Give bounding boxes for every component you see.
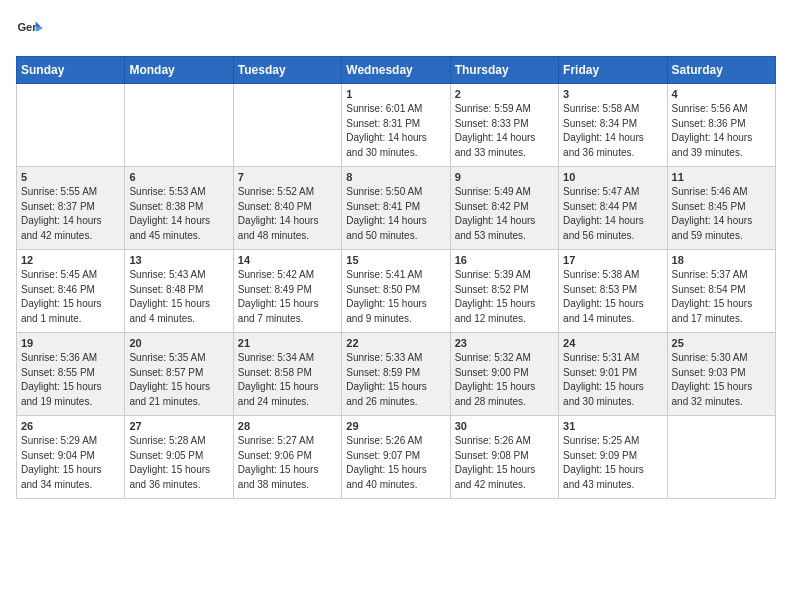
day-header-wednesday: Wednesday xyxy=(342,57,450,84)
cell-info: Sunrise: 5:45 AM Sunset: 8:46 PM Dayligh… xyxy=(21,268,120,326)
calendar-cell: 29Sunrise: 5:26 AM Sunset: 9:07 PM Dayli… xyxy=(342,416,450,499)
calendar-cell: 2Sunrise: 5:59 AM Sunset: 8:33 PM Daylig… xyxy=(450,84,558,167)
calendar-cell: 3Sunrise: 5:58 AM Sunset: 8:34 PM Daylig… xyxy=(559,84,667,167)
days-of-week-row: SundayMondayTuesdayWednesdayThursdayFrid… xyxy=(17,57,776,84)
cell-info: Sunrise: 5:58 AM Sunset: 8:34 PM Dayligh… xyxy=(563,102,662,160)
calendar-cell: 12Sunrise: 5:45 AM Sunset: 8:46 PM Dayli… xyxy=(17,250,125,333)
cell-info: Sunrise: 5:28 AM Sunset: 9:05 PM Dayligh… xyxy=(129,434,228,492)
day-number: 22 xyxy=(346,337,445,349)
calendar-cell: 31Sunrise: 5:25 AM Sunset: 9:09 PM Dayli… xyxy=(559,416,667,499)
cell-info: Sunrise: 5:41 AM Sunset: 8:50 PM Dayligh… xyxy=(346,268,445,326)
cell-info: Sunrise: 5:36 AM Sunset: 8:55 PM Dayligh… xyxy=(21,351,120,409)
cell-info: Sunrise: 5:42 AM Sunset: 8:49 PM Dayligh… xyxy=(238,268,337,326)
cell-info: Sunrise: 5:55 AM Sunset: 8:37 PM Dayligh… xyxy=(21,185,120,243)
cell-info: Sunrise: 5:27 AM Sunset: 9:06 PM Dayligh… xyxy=(238,434,337,492)
cell-info: Sunrise: 5:29 AM Sunset: 9:04 PM Dayligh… xyxy=(21,434,120,492)
calendar-cell: 13Sunrise: 5:43 AM Sunset: 8:48 PM Dayli… xyxy=(125,250,233,333)
day-number: 26 xyxy=(21,420,120,432)
day-number: 23 xyxy=(455,337,554,349)
day-header-saturday: Saturday xyxy=(667,57,775,84)
day-number: 29 xyxy=(346,420,445,432)
day-number: 19 xyxy=(21,337,120,349)
calendar-cell: 14Sunrise: 5:42 AM Sunset: 8:49 PM Dayli… xyxy=(233,250,341,333)
calendar-cell xyxy=(17,84,125,167)
calendar-cell: 19Sunrise: 5:36 AM Sunset: 8:55 PM Dayli… xyxy=(17,333,125,416)
cell-info: Sunrise: 5:49 AM Sunset: 8:42 PM Dayligh… xyxy=(455,185,554,243)
cell-info: Sunrise: 5:56 AM Sunset: 8:36 PM Dayligh… xyxy=(672,102,771,160)
cell-info: Sunrise: 5:25 AM Sunset: 9:09 PM Dayligh… xyxy=(563,434,662,492)
calendar-cell: 6Sunrise: 5:53 AM Sunset: 8:38 PM Daylig… xyxy=(125,167,233,250)
day-number: 6 xyxy=(129,171,228,183)
day-header-thursday: Thursday xyxy=(450,57,558,84)
day-number: 7 xyxy=(238,171,337,183)
cell-info: Sunrise: 5:43 AM Sunset: 8:48 PM Dayligh… xyxy=(129,268,228,326)
week-row-2: 5Sunrise: 5:55 AM Sunset: 8:37 PM Daylig… xyxy=(17,167,776,250)
cell-info: Sunrise: 5:26 AM Sunset: 9:08 PM Dayligh… xyxy=(455,434,554,492)
day-number: 20 xyxy=(129,337,228,349)
day-number: 10 xyxy=(563,171,662,183)
day-number: 16 xyxy=(455,254,554,266)
week-row-5: 26Sunrise: 5:29 AM Sunset: 9:04 PM Dayli… xyxy=(17,416,776,499)
calendar-cell: 16Sunrise: 5:39 AM Sunset: 8:52 PM Dayli… xyxy=(450,250,558,333)
calendar-cell: 30Sunrise: 5:26 AM Sunset: 9:08 PM Dayli… xyxy=(450,416,558,499)
cell-info: Sunrise: 6:01 AM Sunset: 8:31 PM Dayligh… xyxy=(346,102,445,160)
page-header: Gen xyxy=(16,16,776,44)
calendar-header: SundayMondayTuesdayWednesdayThursdayFrid… xyxy=(17,57,776,84)
cell-info: Sunrise: 5:31 AM Sunset: 9:01 PM Dayligh… xyxy=(563,351,662,409)
calendar-cell: 26Sunrise: 5:29 AM Sunset: 9:04 PM Dayli… xyxy=(17,416,125,499)
calendar-cell xyxy=(667,416,775,499)
calendar-table: SundayMondayTuesdayWednesdayThursdayFrid… xyxy=(16,56,776,499)
day-number: 15 xyxy=(346,254,445,266)
cell-info: Sunrise: 5:34 AM Sunset: 8:58 PM Dayligh… xyxy=(238,351,337,409)
cell-info: Sunrise: 5:50 AM Sunset: 8:41 PM Dayligh… xyxy=(346,185,445,243)
calendar-cell xyxy=(125,84,233,167)
calendar-cell: 21Sunrise: 5:34 AM Sunset: 8:58 PM Dayli… xyxy=(233,333,341,416)
cell-info: Sunrise: 5:38 AM Sunset: 8:53 PM Dayligh… xyxy=(563,268,662,326)
cell-info: Sunrise: 5:47 AM Sunset: 8:44 PM Dayligh… xyxy=(563,185,662,243)
day-number: 5 xyxy=(21,171,120,183)
day-number: 27 xyxy=(129,420,228,432)
cell-info: Sunrise: 5:37 AM Sunset: 8:54 PM Dayligh… xyxy=(672,268,771,326)
calendar-cell: 20Sunrise: 5:35 AM Sunset: 8:57 PM Dayli… xyxy=(125,333,233,416)
cell-info: Sunrise: 5:26 AM Sunset: 9:07 PM Dayligh… xyxy=(346,434,445,492)
logo: Gen xyxy=(16,16,48,44)
day-number: 24 xyxy=(563,337,662,349)
calendar-body: 1Sunrise: 6:01 AM Sunset: 8:31 PM Daylig… xyxy=(17,84,776,499)
day-number: 13 xyxy=(129,254,228,266)
calendar-cell: 28Sunrise: 5:27 AM Sunset: 9:06 PM Dayli… xyxy=(233,416,341,499)
calendar-cell: 23Sunrise: 5:32 AM Sunset: 9:00 PM Dayli… xyxy=(450,333,558,416)
calendar-cell: 8Sunrise: 5:50 AM Sunset: 8:41 PM Daylig… xyxy=(342,167,450,250)
calendar-cell: 11Sunrise: 5:46 AM Sunset: 8:45 PM Dayli… xyxy=(667,167,775,250)
day-number: 11 xyxy=(672,171,771,183)
calendar-cell: 15Sunrise: 5:41 AM Sunset: 8:50 PM Dayli… xyxy=(342,250,450,333)
cell-info: Sunrise: 5:32 AM Sunset: 9:00 PM Dayligh… xyxy=(455,351,554,409)
calendar-cell xyxy=(233,84,341,167)
day-header-tuesday: Tuesday xyxy=(233,57,341,84)
day-number: 25 xyxy=(672,337,771,349)
calendar-cell: 27Sunrise: 5:28 AM Sunset: 9:05 PM Dayli… xyxy=(125,416,233,499)
cell-info: Sunrise: 5:46 AM Sunset: 8:45 PM Dayligh… xyxy=(672,185,771,243)
day-number: 1 xyxy=(346,88,445,100)
cell-info: Sunrise: 5:59 AM Sunset: 8:33 PM Dayligh… xyxy=(455,102,554,160)
calendar-cell: 10Sunrise: 5:47 AM Sunset: 8:44 PM Dayli… xyxy=(559,167,667,250)
calendar-cell: 25Sunrise: 5:30 AM Sunset: 9:03 PM Dayli… xyxy=(667,333,775,416)
week-row-1: 1Sunrise: 6:01 AM Sunset: 8:31 PM Daylig… xyxy=(17,84,776,167)
day-header-friday: Friday xyxy=(559,57,667,84)
calendar-cell: 17Sunrise: 5:38 AM Sunset: 8:53 PM Dayli… xyxy=(559,250,667,333)
day-number: 12 xyxy=(21,254,120,266)
calendar-cell: 24Sunrise: 5:31 AM Sunset: 9:01 PM Dayli… xyxy=(559,333,667,416)
day-number: 21 xyxy=(238,337,337,349)
day-number: 3 xyxy=(563,88,662,100)
calendar-cell: 4Sunrise: 5:56 AM Sunset: 8:36 PM Daylig… xyxy=(667,84,775,167)
day-number: 18 xyxy=(672,254,771,266)
day-number: 14 xyxy=(238,254,337,266)
calendar-cell: 22Sunrise: 5:33 AM Sunset: 8:59 PM Dayli… xyxy=(342,333,450,416)
calendar-cell: 18Sunrise: 5:37 AM Sunset: 8:54 PM Dayli… xyxy=(667,250,775,333)
week-row-3: 12Sunrise: 5:45 AM Sunset: 8:46 PM Dayli… xyxy=(17,250,776,333)
day-number: 4 xyxy=(672,88,771,100)
calendar-cell: 1Sunrise: 6:01 AM Sunset: 8:31 PM Daylig… xyxy=(342,84,450,167)
cell-info: Sunrise: 5:53 AM Sunset: 8:38 PM Dayligh… xyxy=(129,185,228,243)
calendar-cell: 5Sunrise: 5:55 AM Sunset: 8:37 PM Daylig… xyxy=(17,167,125,250)
day-number: 30 xyxy=(455,420,554,432)
calendar-cell: 9Sunrise: 5:49 AM Sunset: 8:42 PM Daylig… xyxy=(450,167,558,250)
